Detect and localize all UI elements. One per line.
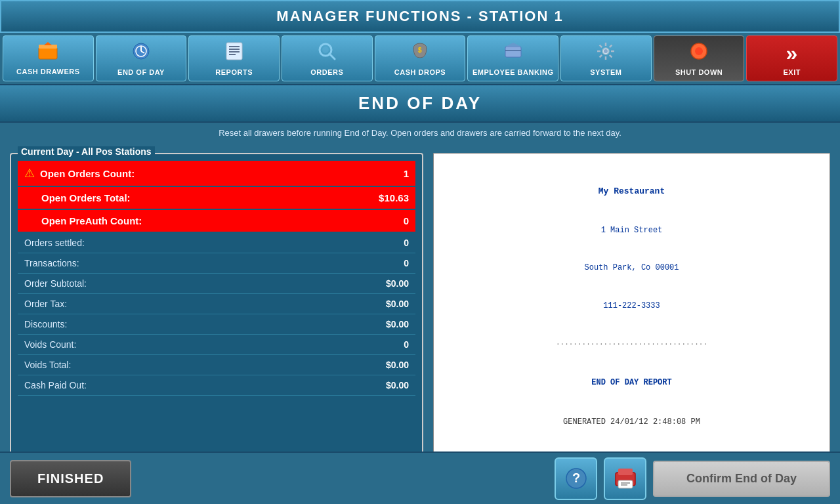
svg-line-25 — [600, 45, 602, 47]
data-row-discounts: Discounts: $0.00 — [18, 314, 415, 335]
voids-total-value: $0.00 — [386, 360, 409, 370]
data-row-order-subtotal: Order Subtotal: $0.00 — [18, 274, 415, 294]
nav-shut-down-label: SHUT DOWN — [675, 68, 723, 76]
top-nav: CASH DRAWERS END OF DAY REPORTS ORDERS $… — [0, 33, 840, 85]
confirm-end-of-day-button[interactable]: Confirm End of Day — [653, 461, 830, 497]
employee-banking-icon — [503, 41, 523, 66]
svg-rect-0 — [39, 47, 57, 59]
order-subtotal-label: Order Subtotal: — [24, 278, 386, 289]
order-tax-label: Order Tax: — [24, 299, 386, 309]
nav-exit[interactable]: » EXIT — [746, 35, 837, 81]
reports-icon — [225, 41, 243, 66]
main-content: Current Day - All Pos Stations ⚠ Open Or… — [0, 143, 840, 484]
transactions-label: Transactions: — [24, 258, 404, 268]
nav-employee-banking[interactable]: EMPLOYEE BANKING — [467, 35, 558, 81]
nav-cash-drops-label: CASH DROPS — [394, 68, 446, 76]
open-preauth-count-label: Open PreAuth Count: — [41, 215, 398, 226]
receipt-address1: 1 Main Street — [440, 224, 823, 237]
data-row-voids-total: Voids Total: $0.00 — [18, 355, 415, 375]
nav-employee-banking-label: EMPLOYEE BANKING — [472, 68, 554, 76]
svg-point-29 — [604, 49, 608, 53]
discounts-label: Discounts: — [24, 319, 386, 329]
svg-line-26 — [610, 54, 612, 57]
svg-text:$: $ — [418, 47, 422, 54]
nav-cash-drawers-label: CASH DRAWERS — [16, 68, 79, 75]
data-row-orders-settled: Orders settled: 0 — [18, 233, 415, 253]
receipt-phone: 111-222-3333 — [440, 300, 823, 312]
data-row-transactions: Transactions: 0 — [18, 253, 415, 274]
svg-marker-18 — [505, 43, 521, 47]
info-text: Reset all drawers before running End of … — [0, 123, 840, 143]
system-icon — [596, 41, 616, 66]
svg-rect-36 — [618, 480, 633, 488]
alert-row-open-orders-total: Open Orders Total: $10.63 — [18, 187, 415, 209]
shut-down-icon — [689, 41, 709, 66]
print-button[interactable] — [604, 457, 646, 500]
nav-system-label: SYSTEM — [590, 68, 621, 76]
transactions-value: 0 — [404, 258, 409, 268]
svg-line-13 — [329, 54, 335, 59]
svg-point-14 — [322, 47, 329, 53]
nav-end-of-day[interactable]: END OF DAY — [96, 35, 187, 81]
nav-cash-drops[interactable]: $ CASH DROPS — [375, 35, 466, 81]
left-panel: Current Day - All Pos Stations ⚠ Open Or… — [10, 153, 423, 474]
nav-shut-down[interactable]: SHUT DOWN — [654, 35, 745, 81]
title-text: MANAGER FUNCTIONS - STATION 1 — [276, 8, 563, 24]
data-row-order-tax: Order Tax: $0.00 — [18, 294, 415, 314]
receipt-report-title: END OF DAY REPORT — [440, 377, 823, 389]
data-row-voids-count: Voids Count: 0 — [18, 335, 415, 355]
cash-paid-out-label: Cash Paid Out: — [24, 380, 386, 390]
bottom-bar: FINISHED ? Confirm End of Day — [0, 452, 840, 504]
orders-icon — [317, 41, 337, 66]
voids-total-label: Voids Total: — [24, 360, 386, 370]
open-orders-count-label: Open Orders Count: — [40, 168, 398, 179]
alert-row-open-preauth-count: Open PreAuth Count: 0 — [18, 210, 415, 232]
svg-text:?: ? — [572, 471, 579, 485]
cash-drops-icon: $ — [410, 41, 430, 66]
nav-reports[interactable]: REPORTS — [188, 35, 280, 81]
help-button[interactable]: ? — [555, 457, 597, 500]
voids-count-label: Voids Count: — [24, 339, 404, 350]
receipt-panel[interactable]: My Restaurant 1 Main Street South Park, … — [433, 153, 830, 474]
orders-settled-value: 0 — [404, 238, 409, 248]
svg-rect-7 — [226, 43, 242, 60]
svg-rect-17 — [505, 47, 521, 57]
cash-drawers-icon — [37, 42, 58, 65]
panel-title: Current Day - All Pos Stations — [18, 146, 155, 157]
section-title: END OF DAY — [0, 85, 840, 123]
discounts-value: $0.00 — [386, 319, 409, 329]
voids-count-value: 0 — [404, 339, 409, 350]
svg-line-28 — [600, 54, 602, 57]
finished-button[interactable]: FINISHED — [10, 460, 131, 497]
end-of-day-icon — [131, 41, 151, 66]
svg-rect-35 — [618, 469, 633, 475]
open-orders-total-value: $10.63 — [379, 192, 409, 203]
data-row-cash-paid-out: Cash Paid Out: $0.00 — [18, 375, 415, 396]
svg-line-27 — [610, 45, 612, 47]
orders-settled-label: Orders settled: — [24, 238, 404, 248]
open-preauth-count-value: 0 — [404, 215, 409, 226]
receipt-generated: GENERATED 24/01/12 2:48:08 PM — [440, 416, 823, 429]
nav-end-of-day-label: END OF DAY — [117, 68, 165, 76]
exit-icon: » — [786, 41, 798, 66]
warning-icon: ⚠ — [24, 166, 35, 180]
alert-row-open-orders-count: ⚠ Open Orders Count: 1 — [18, 161, 415, 186]
nav-reports-label: REPORTS — [215, 68, 253, 76]
nav-system[interactable]: SYSTEM — [560, 35, 652, 81]
nav-exit-label: EXIT — [783, 68, 800, 76]
nav-orders-label: ORDERS — [310, 68, 343, 76]
receipt-restaurant-name: My Restaurant — [440, 185, 823, 199]
svg-marker-2 — [44, 42, 52, 45]
order-tax-value: $0.00 — [386, 299, 409, 309]
order-subtotal-value: $0.00 — [386, 278, 409, 289]
open-orders-total-label: Open Orders Total: — [41, 192, 373, 203]
receipt-content: My Restaurant 1 Main Street South Park, … — [440, 160, 823, 474]
nav-orders[interactable]: ORDERS — [282, 35, 373, 81]
receipt-address2: South Park, Co 00001 — [440, 262, 823, 274]
svg-point-31 — [695, 47, 703, 55]
title-bar: MANAGER FUNCTIONS - STATION 1 — [0, 0, 840, 33]
cash-paid-out-value: $0.00 — [386, 380, 409, 390]
open-orders-count-value: 1 — [404, 168, 409, 179]
nav-cash-drawers[interactable]: CASH DRAWERS — [3, 35, 94, 81]
